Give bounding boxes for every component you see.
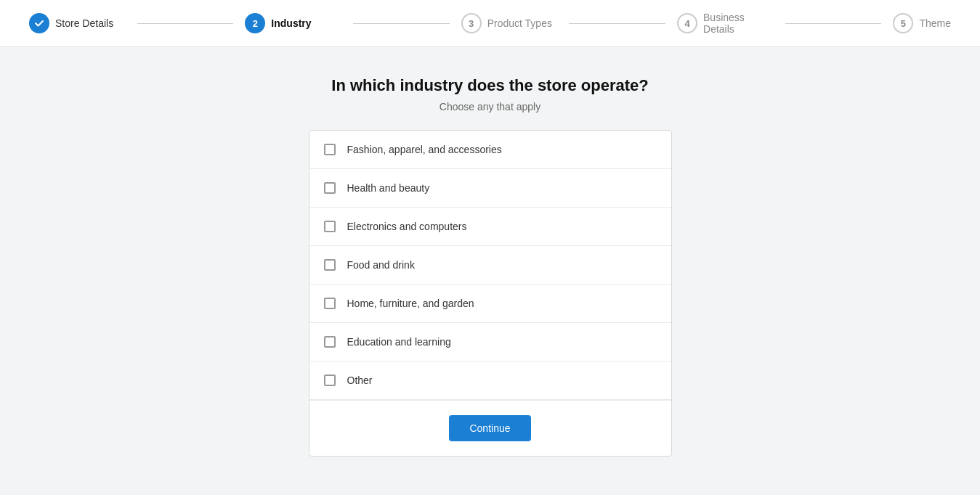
checkbox-fashion[interactable] — [324, 144, 336, 155]
option-health-beauty[interactable]: Health and beauty — [309, 169, 671, 208]
option-other[interactable]: Other — [309, 361, 671, 400]
step-circle-1 — [29, 13, 49, 33]
option-education[interactable]: Education and learning — [309, 323, 671, 361]
step-label-1: Store Details — [55, 17, 113, 29]
step-label-3: Product Types — [487, 17, 552, 29]
option-electronics[interactable]: Electronics and computers — [309, 208, 671, 246]
step-theme[interactable]: 5 Theme — [893, 13, 951, 33]
step-circle-2: 2 — [245, 13, 265, 33]
continue-button[interactable]: Continue — [449, 415, 530, 441]
option-label-other: Other — [347, 375, 373, 386]
option-label-food-drink: Food and drink — [347, 259, 415, 271]
option-home-furniture[interactable]: Home, furniture, and garden — [309, 285, 671, 323]
option-label-electronics: Electronics and computers — [347, 221, 467, 232]
option-label-fashion: Fashion, apparel, and accessories — [347, 144, 502, 155]
step-line-3 — [569, 23, 665, 24]
checkbox-electronics[interactable] — [324, 221, 336, 232]
step-circle-5: 5 — [893, 13, 913, 33]
step-business-details[interactable]: 4 Business Details — [677, 12, 774, 35]
step-line-2 — [353, 23, 450, 24]
step-label-5: Theme — [919, 17, 951, 29]
checkbox-food-drink[interactable] — [324, 259, 336, 271]
checkbox-other[interactable] — [324, 375, 336, 386]
option-label-home-furniture: Home, furniture, and garden — [347, 298, 474, 309]
step-line-1 — [137, 23, 234, 24]
option-label-education: Education and learning — [347, 336, 451, 348]
option-fashion[interactable]: Fashion, apparel, and accessories — [309, 131, 671, 169]
step-label-4: Business Details — [703, 12, 774, 35]
step-line-4 — [785, 23, 882, 24]
checkmark-icon — [34, 18, 44, 28]
step-label-2: Industry — [271, 17, 311, 29]
checkbox-home-furniture[interactable] — [324, 298, 336, 309]
stepper: Store Details 2 Industry 3 Product Types… — [0, 0, 980, 47]
industry-card: Fashion, apparel, and accessories Health… — [309, 130, 672, 457]
main-content: In which industry does the store operate… — [0, 47, 980, 486]
option-food-drink[interactable]: Food and drink — [309, 246, 671, 285]
step-industry[interactable]: 2 Industry — [245, 13, 341, 33]
step-product-types[interactable]: 3 Product Types — [461, 13, 558, 33]
page-title: In which industry does the store operate… — [331, 76, 648, 95]
step-circle-3: 3 — [461, 13, 482, 33]
button-row: Continue — [309, 400, 671, 456]
page-subtitle: Choose any that apply — [440, 101, 540, 112]
checkbox-health-beauty[interactable] — [324, 182, 336, 194]
option-label-health-beauty: Health and beauty — [347, 182, 430, 194]
step-circle-4: 4 — [677, 13, 697, 33]
step-store-details[interactable]: Store Details — [29, 13, 126, 33]
checkbox-education[interactable] — [324, 336, 336, 348]
